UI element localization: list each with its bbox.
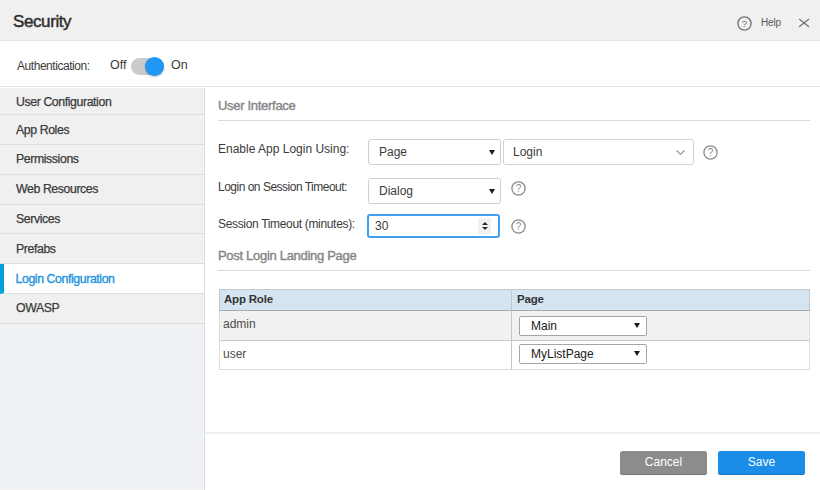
svg-text:?: ?	[515, 183, 521, 194]
svg-text:?: ?	[742, 18, 747, 29]
svg-text:?: ?	[707, 147, 713, 158]
svg-text:?: ?	[516, 221, 522, 232]
